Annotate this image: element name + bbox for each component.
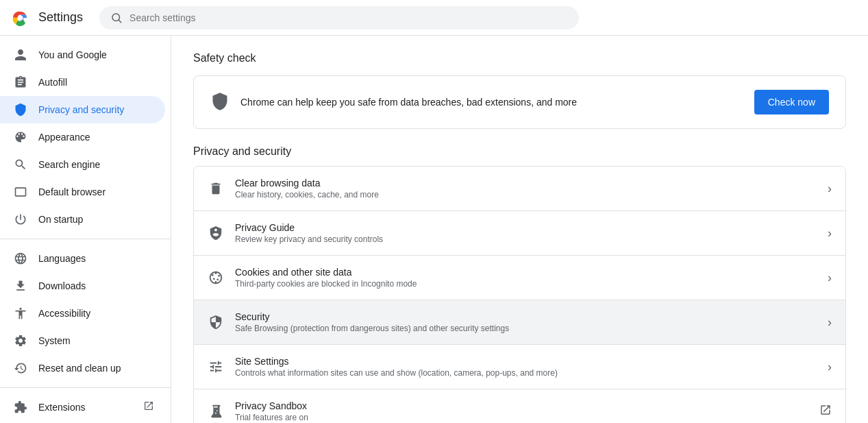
svg-point-1 — [18, 15, 23, 20]
privacy-sandbox-subtitle: Trial features are on — [235, 413, 808, 422]
settings-item-privacy-guide[interactable]: Privacy Guide Review key privacy and sec… — [194, 211, 845, 256]
search-input[interactable] — [129, 12, 568, 23]
sidebar-label-languages: Languages — [38, 253, 86, 264]
sidebar-label-on-startup: On startup — [38, 214, 83, 225]
security-subtitle: Safe Browsing (protection from dangerous… — [235, 324, 817, 333]
privacy-security-title: Privacy and security — [193, 145, 846, 158]
site-settings-text: Site Settings Controls what information … — [235, 356, 817, 378]
sidebar-item-extensions[interactable]: Extensions — [0, 394, 165, 421]
sidebar-divider — [0, 239, 171, 239]
svg-point-4 — [212, 274, 214, 276]
web-icon — [14, 185, 27, 199]
settings-item-privacy-sandbox[interactable]: Privacy Sandbox Trial features are on — [194, 389, 845, 423]
safety-shield-icon — [210, 92, 230, 113]
clear-browsing-subtitle: Clear history, cookies, cache, and more — [235, 190, 817, 200]
person-icon — [14, 48, 27, 62]
settings-item-security[interactable]: Security Safe Browsing (protection from … — [194, 300, 845, 345]
sidebar-item-system[interactable]: System — [0, 327, 165, 354]
privacy-guide-text: Privacy Guide Review key privacy and sec… — [235, 222, 817, 244]
sidebar-item-reset-and-cleanup[interactable]: Reset and clean up — [0, 354, 165, 382]
site-settings-subtitle: Controls what information sites can use … — [235, 368, 817, 378]
privacy-sandbox-text: Privacy Sandbox Trial features are on — [235, 400, 808, 422]
privacy-guide-title: Privacy Guide — [235, 222, 817, 233]
settings-item-site-settings[interactable]: Site Settings Controls what information … — [194, 345, 845, 389]
safety-check-description: Chrome can help keep you safe from data … — [240, 97, 743, 108]
tune-icon — [208, 359, 224, 375]
cookies-title: Cookies and other site data — [235, 267, 817, 278]
svg-line-3 — [119, 20, 121, 22]
clear-browsing-text: Clear browsing data Clear history, cooki… — [235, 178, 817, 200]
search-bar[interactable] — [99, 6, 579, 29]
safety-check-title: Safety check — [193, 52, 846, 64]
site-settings-title: Site Settings — [235, 356, 817, 367]
sidebar-label-default-browser: Default browser — [38, 186, 106, 197]
search-icon — [110, 12, 123, 24]
privacy-security-list: Clear browsing data Clear history, cooki… — [193, 166, 846, 423]
top-bar: Settings — [0, 0, 868, 36]
sidebar-label-appearance: Appearance — [38, 132, 90, 143]
security-text: Security Safe Browsing (protection from … — [235, 311, 817, 333]
extension-icon — [14, 400, 27, 414]
check-now-button[interactable]: Check now — [754, 90, 829, 114]
external-link-icon — [143, 400, 154, 414]
assignment-icon — [14, 75, 27, 89]
sidebar-label-accessibility: Accessibility — [38, 308, 90, 319]
privacy-tip-icon — [208, 225, 224, 241]
chrome-logo — [11, 8, 30, 27]
cookie-icon — [208, 269, 224, 286]
sidebar-divider-2 — [0, 387, 171, 388]
shield-lock-icon — [208, 314, 224, 330]
sidebar-label-autofill: Autofill — [38, 77, 67, 88]
sidebar-item-privacy-and-security[interactable]: Privacy and security — [0, 96, 165, 123]
sidebar-label-system: System — [38, 335, 71, 346]
settings-item-cookies[interactable]: Cookies and other site data Third-party … — [194, 256, 845, 300]
arrow-icon-0: › — [828, 182, 832, 196]
delete-icon — [208, 180, 224, 197]
arrow-icon-1: › — [828, 226, 832, 241]
download-icon — [14, 279, 27, 293]
cookies-text: Cookies and other site data Third-party … — [235, 267, 817, 289]
sidebar-item-downloads[interactable]: Downloads — [0, 272, 165, 300]
external-icon-sandbox — [819, 404, 832, 420]
sidebar-label-reset: Reset and clean up — [38, 363, 121, 374]
main-layout: You and Google Autofill Privacy and secu… — [0, 36, 868, 423]
privacy-sandbox-title: Privacy Sandbox — [235, 400, 808, 411]
power-icon — [14, 213, 27, 226]
palette-icon — [14, 130, 27, 144]
clear-browsing-title: Clear browsing data — [235, 178, 817, 189]
flask-icon — [208, 403, 224, 420]
sidebar-item-you-and-google[interactable]: You and Google — [0, 41, 165, 69]
privacy-guide-subtitle: Review key privacy and security controls — [235, 234, 817, 244]
svg-point-8 — [216, 278, 219, 280]
app-title: Settings — [38, 10, 83, 25]
sidebar-item-on-startup[interactable]: On startup — [0, 206, 165, 233]
svg-point-6 — [218, 275, 220, 277]
magnify-icon — [14, 158, 27, 171]
content-area: Safety check Chrome can help keep you sa… — [171, 36, 868, 423]
svg-point-2 — [112, 14, 120, 21]
security-title: Security — [235, 311, 817, 322]
arrow-icon-2: › — [828, 271, 832, 285]
sidebar-label-search-engine: Search engine — [38, 159, 100, 170]
sidebar-label-you-and-google: You and Google — [38, 49, 107, 60]
settings-icon — [14, 334, 27, 348]
accessibility-icon — [14, 306, 27, 320]
sidebar-item-appearance[interactable]: Appearance — [0, 123, 165, 151]
sidebar: You and Google Autofill Privacy and secu… — [0, 36, 171, 423]
settings-item-clear-browsing-data[interactable]: Clear browsing data Clear history, cooki… — [194, 167, 845, 211]
shield-icon — [14, 103, 27, 117]
svg-point-7 — [213, 278, 215, 280]
history-icon — [14, 361, 27, 375]
sidebar-item-autofill[interactable]: Autofill — [0, 69, 165, 96]
sidebar-label-downloads: Downloads — [38, 280, 86, 291]
sidebar-label-privacy: Privacy and security — [38, 104, 124, 115]
safety-check-card: Chrome can help keep you safe from data … — [193, 75, 846, 129]
sidebar-item-accessibility[interactable]: Accessibility — [0, 300, 165, 327]
arrow-icon-4: › — [828, 360, 832, 374]
language-icon — [14, 252, 27, 265]
sidebar-item-default-browser[interactable]: Default browser — [0, 178, 165, 206]
cookies-subtitle: Third-party cookies are blocked in Incog… — [235, 279, 817, 289]
sidebar-item-languages[interactable]: Languages — [0, 245, 165, 272]
sidebar-item-search-engine[interactable]: Search engine — [0, 151, 165, 178]
arrow-icon-3: › — [828, 315, 832, 330]
